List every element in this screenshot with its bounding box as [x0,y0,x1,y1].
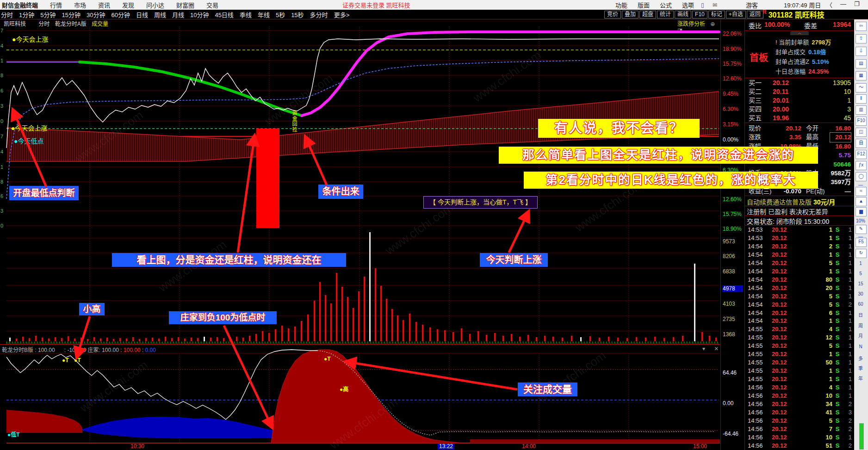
strip-icon[interactable]: 15 [856,280,866,289]
toolbar-button[interactable]: 返回 [747,11,763,18]
strip-icon[interactable]: ⇧ [856,34,867,43]
limit-analysis-text[interactable]: 涨跌停分析 [677,21,705,27]
strip-icon[interactable]: ƒx [856,161,867,170]
strip-icon[interactable]: ✎ [856,225,867,234]
board-row: 封单占成交0.18倍 [775,47,831,57]
period-item[interactable]: 15分钟 [62,10,80,19]
period-item[interactable]: 日线 [136,10,148,19]
toolbar-button[interactable]: 画线 [675,11,691,18]
menu-item[interactable]: 问小达 [146,0,164,9]
menubar-icon[interactable]: ▯ [701,2,704,8]
menubar-icon[interactable]: ⊙ [688,2,693,8]
strip-icon[interactable]: 季 [856,365,866,373]
strip-icon[interactable]: ▥ [856,105,867,115]
strip-icon[interactable]: ↻ [856,249,867,258]
bid-row[interactable]: 买一20.1213905 [745,79,854,87]
period-item[interactable]: 45日线 [215,10,233,19]
strip-icon[interactable]: ≈ [856,187,867,196]
menu-item[interactable]: 功能 [615,0,627,9]
strip-icon[interactable]: F5 [856,238,867,247]
strip-icon[interactable]: ‖ [856,94,867,104]
strip-icon[interactable]: F10 [856,117,867,126]
strip-icon[interactable]: 月 [856,333,866,341]
toolbar-button[interactable]: 超盘 [639,11,656,18]
app-brand: 财信金融终端 [2,0,38,9]
window-control-button[interactable]: 〈 [826,0,832,9]
bid-row[interactable]: 买四20.003 [745,105,854,114]
tab-fenshi[interactable]: 分时 [38,21,50,27]
menu-item[interactable]: 发现 [122,0,134,9]
strip-icon[interactable]: F12 [856,150,867,159]
menu-item[interactable]: 行情 [50,0,62,9]
menu-item[interactable]: 公式 [660,0,672,9]
period-item[interactable]: 5秒 [276,10,285,19]
left-scale-digit: 1 [0,164,5,170]
tab-volume[interactable]: 成交量 [92,21,108,27]
bid-row[interactable]: 买五19.9645 [745,114,854,123]
user-label[interactable]: 游客 [746,0,758,9]
toolbar-button[interactable]: 竞价 [604,11,621,18]
svg-text:●T: ●T [74,357,81,364]
strip-icon[interactable]: 年 [856,375,866,383]
strip-icon[interactable]: ⇦ [856,22,867,31]
time-and-sales[interactable]: 14:5320.121S114:5320.121S114:5420.122S11… [745,226,854,450]
strip-icon[interactable]: ▆ [856,207,867,216]
toolbar-button[interactable]: 标记 [708,11,725,18]
strip-icon[interactable]: 周 [856,322,866,331]
expand-icon[interactable]: ⊕ [710,21,715,27]
menu-item[interactable]: 资讯 [98,0,110,9]
panel-divider [745,196,854,196]
strip-icon[interactable]: ◯ [856,172,867,181]
bid-row[interactable]: 买二20.1110 [745,87,854,96]
strip-icon[interactable]: 5 [856,270,866,278]
note-today-low: ●今天低点 [14,136,43,145]
period-item[interactable]: 分时 [1,10,13,19]
strip-icon[interactable]: 1 [856,260,866,268]
period-item[interactable]: 季线 [240,10,252,19]
period-item[interactable]: 10分钟 [190,10,209,19]
period-item[interactable]: 月线 [172,10,184,19]
menu-item[interactable]: 版面 [638,0,650,9]
strip-icon[interactable]: ◫ [856,128,867,137]
tab-indicator-a[interactable]: 乾龙分时A版 [55,21,87,27]
menu-item[interactable]: 市场 [74,0,86,9]
window-control-button[interactable]: ❐ [854,0,860,9]
trade-row: 14:5520.125S1 [745,342,854,350]
strip-icon[interactable]: 〜 [856,83,867,92]
renewal-notice[interactable]: 自动续费通达信普及版 30元/月 [747,197,835,206]
indicator-b-title[interactable]: 乾龙分时B版 [2,347,33,353]
strip-icon[interactable]: 自 [856,139,867,148]
strip-icon[interactable]: ▦ [856,71,867,80]
strip-icon[interactable]: 多 [856,355,866,364]
period-item[interactable]: 1分钟 [19,10,34,19]
period-item[interactable]: 多分时 [310,10,328,19]
period-item[interactable]: 周线 [154,10,166,19]
panel-collapse-close-icons[interactable]: ▾ ✕ [702,345,722,352]
strip-icon[interactable]: 60 [856,301,866,309]
period-item[interactable]: 15秒 [291,10,304,19]
period-item[interactable]: 更多> [334,10,350,19]
toolbar-button[interactable]: +自选 [726,11,746,18]
strip-icon[interactable]: 30 [856,290,866,299]
tab-stock[interactable]: 凯旺科技 [4,21,26,27]
menu-item[interactable]: 交易 [206,0,218,9]
period-item[interactable]: 年线 [258,10,270,19]
window-control-button[interactable]: — [840,0,846,9]
menu-item[interactable]: 财富圈 [176,0,194,9]
strip-icon[interactable]: ⇩ [856,47,867,56]
toolbar-button[interactable]: F10 [692,11,707,18]
period-item[interactable]: 5分钟 [40,10,56,19]
period-item[interactable]: 60分钟 [111,10,130,19]
toolbar-button[interactable]: 统计 [657,11,674,18]
toolbar-button[interactable]: 叠加 [622,11,639,18]
strip-icon[interactable]: ▤ [856,59,867,68]
menubar-icon[interactable]: ✉ [713,2,717,8]
period-item[interactable]: 30分钟 [87,10,105,19]
bid-row[interactable]: 买三20.011 [745,96,854,105]
strip-icon[interactable]: ▲ [856,197,867,206]
strip-icon[interactable]: 日 [856,312,866,320]
strip-icon[interactable]: N [856,343,866,351]
panel-toggle-icon[interactable]: ◨ [677,27,682,34]
scrollbar-thumb[interactable] [859,423,864,450]
collapse-pill[interactable]: ︿ [790,31,809,35]
